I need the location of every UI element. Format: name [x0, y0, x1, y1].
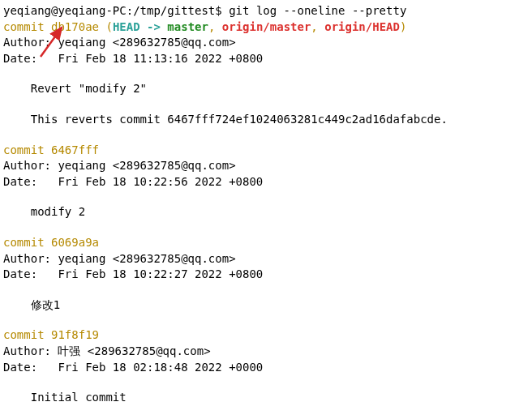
- refs-close: ): [400, 20, 406, 33]
- commit-line: commit 91f8f19: [3, 327, 529, 344]
- date-line: Date: Fri Feb 18 02:18:48 2022 +0000: [3, 360, 529, 376]
- prompt-userhost: yeqiang@yeqiang-PC:/tmp/gittest$: [3, 4, 229, 17]
- commit-hash: commit 91f8f19: [3, 328, 99, 341]
- branch-ref: master: [167, 20, 208, 33]
- author-line: Author: 叶强 <289632785@qq.com>: [3, 344, 529, 360]
- commit-hash: commit db170ae: [3, 20, 99, 33]
- commit-message: 修改1: [3, 297, 529, 314]
- remote-ref: origin/master: [222, 20, 311, 33]
- commit-hash: commit 6069a9a: [3, 236, 99, 249]
- date-line: Date: Fri Feb 18 10:22:56 2022 +0800: [3, 174, 529, 190]
- commit-message: Initial commit: [3, 390, 529, 406]
- author-line: Author: yeqiang <289632785@qq.com>: [3, 158, 529, 174]
- remote-ref: origin/HEAD: [324, 20, 400, 33]
- commit-line: commit 6467fff: [3, 143, 529, 159]
- head-ref: HEAD ->: [113, 20, 167, 33]
- commit-hash: commit 6467fff: [3, 143, 99, 156]
- date-line: Date: Fri Feb 18 11:13:16 2022 +0800: [3, 51, 529, 67]
- commit-line: commit 6069a9a: [3, 235, 529, 251]
- author-line: Author: yeqiang <289632785@qq.com>: [3, 251, 529, 267]
- commit-message: Revert "modify 2": [3, 81, 529, 97]
- date-line: Date: Fri Feb 18 10:22:27 2022 +0800: [3, 267, 529, 283]
- commit-message: This reverts commit 6467fff724ef10240632…: [3, 112, 529, 128]
- commit-line: commit db170ae (HEAD -> master, origin/m…: [3, 19, 529, 36]
- shell-prompt-line: yeqiang@yeqiang-PC:/tmp/gittest$ git log…: [3, 3, 529, 19]
- author-line: Author: yeqiang <289632785@qq.com>: [3, 35, 529, 51]
- commit-message: modify 2: [3, 204, 529, 220]
- shell-command: git log --oneline --pretty: [229, 4, 406, 17]
- refs-open: (: [105, 20, 112, 33]
